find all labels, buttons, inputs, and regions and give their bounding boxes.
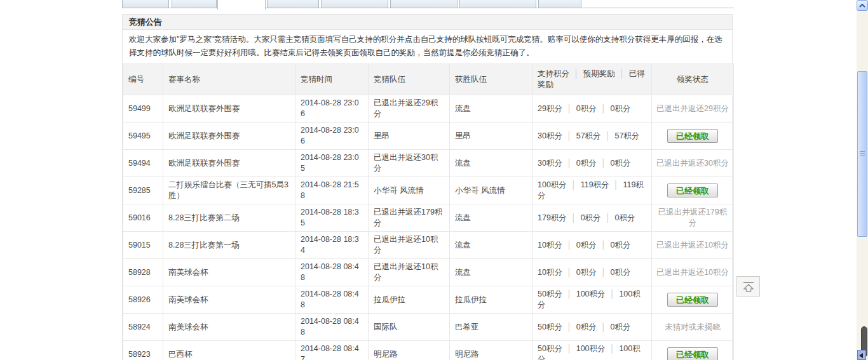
cell-id: 59494	[123, 150, 163, 177]
status-text: 已退出并返还30积分	[656, 159, 729, 168]
cell-points: 30积分│57积分│57积分	[532, 123, 652, 150]
cell-event-name: 欧洲足联联赛外围赛	[163, 123, 295, 150]
cell-bet-team: 已退出并返还30积分	[369, 150, 450, 177]
tab-stub-4[interactable]	[267, 0, 319, 8]
cell-event-name: 欧洲足联联赛外围赛	[163, 150, 295, 177]
cell-event-name: 南美球会杯	[163, 286, 295, 314]
scrollbar-thumb[interactable]	[857, 71, 867, 237]
cell-win-team: 明尼路	[450, 341, 532, 360]
header-time: 竞猜时间	[295, 64, 369, 95]
page: 竞猜公告 欢迎大家参加"罗马之家"竞猜活动。大家只需主竞猜页面填写自己支持的积分…	[0, 0, 868, 360]
separator: │	[571, 180, 576, 189]
header-win-team: 获胜队伍	[450, 64, 532, 95]
separator: │	[601, 268, 606, 277]
cell-claim-status: 已退出并返还30积分	[652, 150, 734, 177]
table-row: 58923 巴西杯 2014-08-28 08:47 明尼路 明尼路 50积分│…	[123, 341, 734, 360]
tab-stub-6[interactable]	[390, 0, 458, 8]
cell-bet-team: 小华哥 风流情	[369, 177, 450, 204]
cell-bet-team: 明尼路	[369, 341, 450, 360]
tab-stub-8[interactable]	[538, 0, 581, 8]
tab-active[interactable]	[217, 0, 266, 10]
status-text: 已退出并返还10积分	[656, 241, 729, 250]
cell-bet-team: 里昂	[369, 123, 450, 150]
page-title: 竞猜公告	[123, 15, 732, 30]
cell-bet-team: 国际队	[369, 314, 450, 341]
cell-bet-team: 已退出并返还10积分	[369, 232, 450, 259]
table-row: 59016 8.28三打比赛第二场 2014-08-28 18:35 已退出并返…	[123, 204, 734, 232]
scrollbar-up-button[interactable]	[857, 0, 868, 11]
header-event: 赛事名称	[163, 64, 295, 95]
table-row: 59285 二打娱乐擂台比赛（三无可插5局3胜） 2014-08-28 21:5…	[123, 177, 734, 204]
table-row: 59495 欧洲足联联赛外围赛 2014-08-28 23:06 里昂 里昂 3…	[123, 123, 734, 150]
cell-claim-status: 已退出并返还29积分	[652, 95, 734, 123]
separator: │	[601, 159, 606, 168]
cell-win-team: 巴希亚	[450, 314, 532, 341]
cell-points: 29积分│0积分│0积分	[532, 95, 652, 123]
table-body: 59499 欧洲足联联赛外围赛 2014-08-28 23:06 已退出并返还2…	[123, 95, 734, 360]
cell-id: 59495	[123, 123, 163, 150]
cell-claim-status: 已经领取	[652, 177, 734, 204]
cell-bet-time: 2014-08-28 08:47	[295, 341, 369, 360]
cell-claim-status: 未猜对或未揭晓	[652, 314, 734, 341]
separator: │	[606, 213, 611, 222]
vertical-scrollbar[interactable]	[857, 0, 868, 360]
tab-stub-2[interactable]	[172, 0, 217, 8]
separator: │	[567, 241, 572, 250]
table-header-row: 编号 赛事名称 竞猜时间 竞猜队伍 获胜队伍 支持积分│预期奖励│已得奖励 领奖…	[123, 64, 734, 95]
cell-bet-time: 2014-08-28 23:06	[295, 123, 369, 150]
separator: │	[601, 323, 606, 331]
table-row: 58928 南美球会杯 2014-08-28 08:48 已退出并返还10积分 …	[123, 259, 734, 286]
cell-bet-time: 2014-08-28 21:58	[295, 177, 369, 204]
cell-win-team: 里昂	[450, 123, 532, 150]
separator: │	[567, 290, 572, 298]
cell-claim-status: 已经领取	[652, 123, 734, 150]
tab-stub-7[interactable]	[459, 0, 536, 8]
header-id: 编号	[123, 64, 163, 95]
cell-win-team: 流盘	[450, 95, 532, 123]
table-row: 59015 8.28三打比赛第一场 2014-08-28 18:34 已退出并返…	[123, 232, 734, 259]
cell-id: 58924	[123, 314, 163, 341]
cell-event-name: 8.28三打比赛第一场	[163, 232, 295, 259]
cell-bet-team: 已退出并返还179积分	[369, 204, 450, 232]
cell-bet-time: 2014-08-28 23:05	[295, 150, 369, 177]
claim-button[interactable]: 已经领取	[667, 183, 718, 197]
separator: │	[610, 290, 615, 298]
cell-bet-time: 2014-08-28 18:35	[295, 204, 369, 232]
scrollbar-grip-icon	[860, 151, 865, 157]
tab-stub-5[interactable]	[321, 0, 388, 8]
cell-id: 58928	[123, 259, 163, 286]
cell-id: 59015	[123, 232, 163, 259]
tab-stub-1[interactable]	[122, 0, 169, 8]
separator: │	[601, 104, 606, 113]
status-text: 已退出并返还10积分	[656, 268, 729, 277]
scrollbar-corner-button[interactable]	[857, 350, 866, 360]
separator: │	[567, 344, 572, 353]
cell-win-team: 流盘	[450, 150, 532, 177]
claim-button[interactable]: 已经领取	[667, 293, 718, 307]
claim-button[interactable]: 已经领取	[667, 347, 718, 360]
separator: │	[567, 159, 572, 168]
cell-claim-status: 已经领取	[652, 341, 734, 360]
cell-event-name: 巴西杯	[163, 341, 295, 360]
back-to-top-button[interactable]	[736, 276, 760, 297]
cell-claim-status: 已退出并返还10积分	[652, 259, 734, 286]
separator: │	[567, 104, 572, 113]
separator: │	[620, 69, 625, 78]
cell-event-name: 欧洲足联联赛外围赛	[163, 95, 295, 123]
table-row: 59499 欧洲足联联赛外围赛 2014-08-28 23:06 已退出并返还2…	[123, 95, 734, 123]
claim-button[interactable]: 已经领取	[667, 129, 718, 143]
cell-win-team: 流盘	[450, 259, 532, 286]
header-status: 领奖状态	[652, 64, 734, 95]
cell-points: 50积分│0积分│0积分	[532, 314, 652, 341]
cell-win-team: 拉瓜伊拉	[450, 286, 532, 314]
header-bet-team: 竞猜队伍	[369, 64, 450, 95]
status-text: 已退出并返还179积分	[658, 208, 727, 227]
cell-bet-time: 2014-08-28 18:34	[295, 232, 369, 259]
cell-event-name: 南美球会杯	[163, 259, 295, 286]
separator: │	[567, 268, 572, 277]
announcement-panel: 竞猜公告 欢迎大家参加"罗马之家"竞猜活动。大家只需主竞猜页面填写自己支持的积分…	[122, 14, 733, 360]
separator: │	[567, 131, 572, 140]
cell-points: 30积分│0积分│0积分	[532, 150, 652, 177]
table-row: 58926 南美球会杯 2014-08-28 08:48 拉瓜伊拉 拉瓜伊拉 5…	[123, 286, 734, 314]
cell-win-team: 小华哥 风流情	[450, 177, 532, 204]
